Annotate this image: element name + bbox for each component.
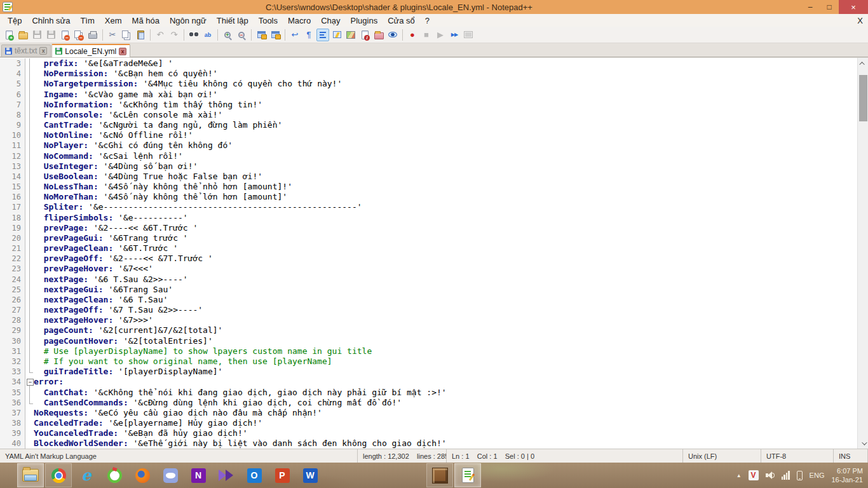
outlook-button[interactable]: O [241,463,268,487]
menu-item-3[interactable]: Xem [100,15,127,27]
print-icon[interactable] [86,29,99,41]
function-list-icon[interactable] [330,29,343,41]
code-line[interactable]: 27 nextPageOff: '&7 T.Sau &2>>----' [0,305,857,315]
code-line[interactable]: 9 CantTrade: '&cNgười ta đang ngủ, đừng … [0,120,857,130]
show-all-characters-icon[interactable]: ¶ [302,29,315,41]
copy-icon[interactable] [120,29,133,41]
code-line[interactable]: 33 guiTradeTitle: '[playerDisplayName]' [0,367,857,377]
notepad-plus-plus-button[interactable] [454,463,481,487]
fold-collapse-icon[interactable] [25,377,34,387]
vertical-scrollbar[interactable] [857,58,868,449]
code-line[interactable]: 37NoRequests: '&eCó yêu cầu giao dịch nà… [0,408,857,418]
macro-play-icon[interactable]: ▶ [434,29,447,41]
firefox-button[interactable] [129,463,156,487]
save-icon[interactable] [31,29,43,41]
discord-button[interactable] [157,463,184,487]
code-line[interactable]: 20 prevPageGui: '&6Trang trước ' [0,233,857,243]
code-line[interactable]: 14 UseBoolean: '&4Dùng True hoặc False b… [0,172,857,182]
menu-item-8[interactable]: Macro [283,15,316,27]
code-line[interactable]: 7 NoInformation: '&cKhông tìm thấy thông… [0,100,857,110]
redo-icon[interactable]: ↷ [168,29,180,41]
code-line[interactable]: 29 pageCount: '&2[current]&7/&2[total]' [0,325,857,336]
code-line[interactable]: 31 # Use [playerDisplayName] to show lpa… [0,346,857,356]
tab-close-icon[interactable]: x [39,47,47,55]
zoom-out-icon[interactable]: − [235,29,248,41]
kmplayer-button[interactable] [213,463,240,487]
code-line[interactable]: 5 NoTargetpermission: '&4Mục tiêu không … [0,79,857,89]
code-line[interactable]: 36 CantSendCommands: '&cĐừng dùng lệnh k… [0,398,857,408]
mobile-device-icon[interactable] [797,471,803,480]
save-all-icon[interactable] [44,29,57,41]
macro-record-icon[interactable]: ● [406,29,419,41]
code-line[interactable]: 11 NoPlayer: '&cGhi có đúng tên không đó… [0,140,857,151]
close-file-icon[interactable]: − [58,29,71,41]
sync-horizontal-icon[interactable] [269,29,281,41]
code-line[interactable]: 30 pageCountHover: '&2[totalEntries]' [0,336,857,346]
indent-guide-icon[interactable] [316,29,329,41]
undo-icon[interactable]: ↶ [154,29,166,41]
code-line[interactable]: 28 nextPageHover: '&7>>>' [0,315,857,325]
title-bar[interactable]: C:\Users\wndows\Desktop\shader & plugins… [0,0,868,14]
maximize-button[interactable]: □ [820,0,839,14]
file-explorer-button[interactable] [17,463,44,487]
new-file-icon[interactable]: + [3,29,15,41]
menu-item-7[interactable]: Tools [254,15,283,27]
code-line[interactable]: 12 NoCommand: '&cSai lệnh rồi!' [0,151,857,161]
scroll-up-arrow[interactable] [858,58,868,69]
code-line[interactable]: 35 CantChat: '&cKhông thể nói khi đang g… [0,388,857,398]
macro-run-multiple-icon[interactable]: ▶▶ [448,29,461,41]
onenote-button[interactable]: N [185,463,212,487]
internet-explorer-button[interactable]: e [73,463,100,487]
macro-save-icon[interactable] [462,29,475,41]
code-line[interactable]: 38CanceledTrade: '&e[playername] Hủy gia… [0,418,857,428]
tab-Locale_EN.yml[interactable]: Locale_EN.ymlx [51,44,130,57]
network-signal-icon[interactable] [782,471,790,480]
code-line[interactable]: 32 # If you want to show original name, … [0,356,857,367]
menu-item-0[interactable]: Tệp [3,15,27,27]
close-document-button[interactable]: X [857,16,863,25]
code-line[interactable]: 15 NoLessThan: '&4Số này không thể nhỏ h… [0,182,857,192]
menu-item-9[interactable]: Chạy [316,15,345,27]
paste-icon[interactable] [134,29,147,41]
code-line[interactable]: 6 Ingame: '&cVào game mà xài bạn ơi!' [0,90,857,100]
code-line[interactable]: 19 prevPage: '&2----<< &6T.Trước ' [0,223,857,233]
tray-overflow-icon[interactable]: ▲ [736,473,742,478]
code-line[interactable]: 26 nextPageClean: '&6 T.Sau' [0,295,857,305]
menu-item-11[interactable]: Cửa sổ [383,15,420,27]
unikey-icon[interactable]: V [749,470,759,480]
close-button[interactable]: × [839,0,868,14]
code-line[interactable]: 8 FromConsole: '&cLên console mà xài!' [0,110,857,120]
code-line[interactable]: 22 prevPageOff: '&2----<< &7T.Trước ' [0,254,857,264]
find-icon[interactable] [187,29,200,41]
tab-tẽxt.txt[interactable]: tẽxt.txtx [1,44,51,57]
speaker-icon[interactable] [766,471,775,480]
code-line[interactable]: 10 NotOnline: '&cNó Offline rồi!' [0,130,857,140]
code-line[interactable]: 18 fliperSimbols: '&e----------' [0,213,857,223]
document-map-icon[interactable] [344,29,357,41]
cut-icon[interactable]: ✂ [106,29,119,41]
code-line[interactable]: 3 prefix: '&e[&aTradeMe&e] ' [0,58,857,69]
document-list-icon[interactable]: / [358,29,371,41]
code-line[interactable]: 21 prevPageClean: '&6T.Trước ' [0,243,857,254]
code-line[interactable]: 40BlockedWorldSender: '&eThế giới này bị… [0,438,857,449]
powerpoint-button[interactable]: P [269,463,295,487]
code-line[interactable]: 17 Spliter: '&e-------------------------… [0,202,857,212]
chrome-button[interactable] [45,463,72,487]
editor-lines[interactable]: 3 prefix: '&e[&aTradeMe&e] '4 NoPermissi… [0,58,857,449]
taskbar-clock[interactable]: 6:07 PM 16-Jan-21 [831,466,863,484]
code-line[interactable]: 24 nextPage: '&6 T.Sau &2>>----' [0,274,857,285]
menu-item-10[interactable]: Plugins [346,15,383,27]
menu-item-6[interactable]: Thiết lập [212,15,254,27]
code-line[interactable]: 39YouCanceledTrade: '&eBạn đã hủy giao d… [0,428,857,438]
code-line[interactable]: 23 prevPageHover: '&7<<<' [0,264,857,274]
replace-icon[interactable]: ab [201,29,214,41]
tab-close-icon[interactable]: x [119,48,126,55]
code-line[interactable]: 16 NoMoreThan: '&4Số này không thể lớn h… [0,192,857,202]
word-button[interactable]: W [297,463,323,487]
language-indicator[interactable]: ENG [810,471,825,479]
code-line[interactable]: 34error: [0,377,857,387]
menu-item-1[interactable]: Chỉnh sửa [27,15,75,27]
coc-coc-button[interactable] [101,463,128,487]
macro-stop-icon[interactable]: ■ [420,29,433,41]
open-file-icon[interactable] [17,29,29,41]
